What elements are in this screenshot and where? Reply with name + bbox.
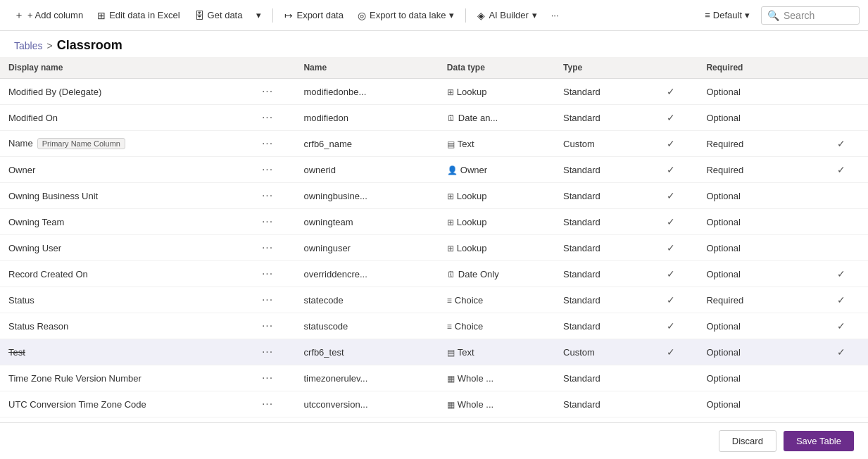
type-icon: ≡ <box>447 322 452 332</box>
row-more-button[interactable]: ··· <box>259 344 276 360</box>
cell-display-name: Owner <box>0 157 251 183</box>
table-row[interactable]: Test ··· crfb6_test ▤Text Custom ✓ Optio… <box>0 339 868 365</box>
cell-type: ▦Whole ... <box>439 365 555 391</box>
checkmark-icon: ✓ <box>667 268 675 279</box>
cell-required: Optional <box>698 105 814 131</box>
row-more-button[interactable]: ··· <box>259 188 276 203</box>
cell-logname: crfb6_name <box>295 131 438 157</box>
cell-type: ⊞Lookup <box>439 235 555 261</box>
row-more-button[interactable]: ··· <box>259 162 276 177</box>
edit-excel-button[interactable]: ⊞ Edit data in Excel <box>92 6 185 25</box>
chevron-down-icon-4: ▾ <box>745 10 750 20</box>
cell-check2 <box>814 183 868 209</box>
more-button[interactable]: ··· <box>546 6 565 24</box>
cell-type: 🗓Date Only <box>439 261 555 287</box>
cell-display-name: Test <box>0 339 251 365</box>
table-row[interactable]: Owning User ··· owninguser ⊞Lookup Stand… <box>0 235 868 261</box>
table-row[interactable]: Modified By (Delegate) ··· modifiedonbe.… <box>0 79 868 105</box>
table-header-row: Display name Name Data type Type Require… <box>0 57 868 79</box>
cell-display-name: Modified On <box>0 105 251 131</box>
row-more-button[interactable]: ··· <box>259 214 276 230</box>
cell-custom-type: Standard <box>555 79 644 105</box>
table-row[interactable]: Status ··· statecode ≡Choice Standard ✓ … <box>0 287 868 313</box>
cell-display-name: Owning Team <box>0 209 251 235</box>
table-row[interactable]: Modified On ··· modifiedon 🗓Date an... S… <box>0 105 868 131</box>
cell-display-name: Version Number <box>0 417 251 423</box>
table-row[interactable]: Record Created On ··· overriddencre... 🗓… <box>0 261 868 287</box>
cell-check1 <box>644 417 698 423</box>
get-data-button[interactable]: 🗄 Get data <box>189 6 249 25</box>
cell-required: Optional <box>698 339 814 365</box>
cell-required: Required <box>698 157 814 183</box>
col-header-check1 <box>644 57 698 79</box>
table-row[interactable]: Owner ··· ownerid 👤Owner Standard ✓ Requ… <box>0 157 868 183</box>
row-more-button[interactable]: ··· <box>259 136 276 151</box>
row-more-button[interactable]: ··· <box>259 240 276 256</box>
cell-check1 <box>644 391 698 417</box>
cell-required: Optional <box>698 417 814 423</box>
cell-actions: ··· <box>251 365 296 391</box>
checkmark-icon: ✓ <box>667 242 675 253</box>
dropdown-arrow-button[interactable]: ▾ <box>251 6 267 24</box>
cell-logname: utcconversion... <box>295 391 438 417</box>
table-row[interactable]: UTC Conversion Time Zone Code ··· utccon… <box>0 391 868 417</box>
cell-check2: ✓ <box>814 313 868 339</box>
ai-builder-button[interactable]: ◈ AI Builder ▾ <box>472 6 542 25</box>
row-more-button[interactable]: ··· <box>259 84 276 99</box>
search-box[interactable]: 🔍 Search <box>761 6 860 25</box>
col-header-logname: Name <box>295 57 438 79</box>
table-row[interactable]: Version Number ··· versionnumber ▦Big In… <box>0 417 868 423</box>
cell-check1: ✓ <box>644 183 698 209</box>
discard-button[interactable]: Discard <box>719 430 776 452</box>
footer: Discard Save Table <box>0 422 868 459</box>
cell-type: ▦Big Inte... <box>439 417 555 423</box>
cell-check2 <box>814 365 868 391</box>
cell-actions: ··· <box>251 287 296 313</box>
cell-actions: ··· <box>251 391 296 417</box>
cell-display-name: Owning Business Unit <box>0 183 251 209</box>
cell-type: 👤Owner <box>439 157 555 183</box>
table-row[interactable]: Owning Team ··· owningteam ⊞Lookup Stand… <box>0 209 868 235</box>
cell-check1: ✓ <box>644 313 698 339</box>
cell-custom-type: Standard <box>555 235 644 261</box>
checkmark-icon: ✓ <box>667 138 675 149</box>
cell-type: ▦Whole ... <box>439 391 555 417</box>
cell-check1: ✓ <box>644 79 698 105</box>
cell-required: Required <box>698 131 814 157</box>
checkmark-icon: ✓ <box>667 346 675 358</box>
cell-actions: ··· <box>251 131 296 157</box>
row-more-button[interactable]: ··· <box>259 396 276 412</box>
table-row[interactable]: Status Reason ··· statuscode ≡Choice Sta… <box>0 313 868 339</box>
cell-required: Optional <box>698 183 814 209</box>
checkmark-icon: ✓ <box>667 216 675 227</box>
cell-check1: ✓ <box>644 287 698 313</box>
export-data-button[interactable]: ↦ Export data <box>279 6 349 25</box>
row-more-button[interactable]: ··· <box>259 292 276 308</box>
breadcrumb-tables-link[interactable]: Tables <box>14 40 42 51</box>
row-more-button[interactable]: ··· <box>259 266 276 282</box>
row-more-button[interactable]: ··· <box>259 110 276 125</box>
row-more-button[interactable]: ··· <box>259 370 276 386</box>
checkmark-icon-2: ✓ <box>837 268 845 279</box>
cell-logname: modifiedonbe... <box>295 79 438 105</box>
divider2 <box>465 8 466 23</box>
export-lake-button[interactable]: ◎ Export to data lake ▾ <box>352 6 460 25</box>
col-header-required: Required <box>698 57 814 79</box>
save-table-button[interactable]: Save Table <box>784 431 854 451</box>
cell-check1: ✓ <box>644 209 698 235</box>
cell-check2 <box>814 105 868 131</box>
cell-custom-type: Standard <box>555 209 644 235</box>
default-button[interactable]: ≡ Default ▾ <box>699 6 755 24</box>
table-row[interactable]: Owning Business Unit ··· owningbusine...… <box>0 183 868 209</box>
checkmark-icon: ✓ <box>667 112 675 123</box>
divider <box>272 8 273 23</box>
col-header-check2 <box>814 57 868 79</box>
table-row[interactable]: NamePrimary Name Column ··· crfb6_name ▤… <box>0 131 868 157</box>
cell-required: Optional <box>698 365 814 391</box>
cell-actions: ··· <box>251 313 296 339</box>
cell-custom-type: Standard <box>555 391 644 417</box>
cell-actions: ··· <box>251 339 296 365</box>
row-more-button[interactable]: ··· <box>259 318 276 334</box>
table-row[interactable]: Time Zone Rule Version Number ··· timezo… <box>0 365 868 391</box>
add-column-button[interactable]: ＋ + Add column <box>8 6 89 25</box>
